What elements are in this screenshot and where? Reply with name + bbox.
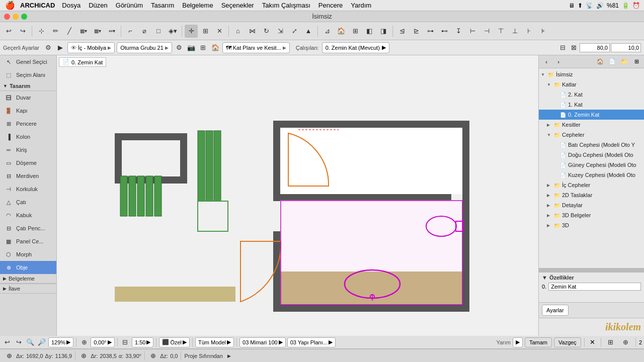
panel-home-btn[interactable]: 🏠 — [595, 57, 606, 67]
tree-cepheler[interactable]: ▼ 📁 Cepheler — [539, 130, 644, 140]
yarim-btn[interactable]: ▶ — [513, 337, 523, 347]
rotate-btn[interactable]: ↻ — [260, 25, 273, 38]
tool-e[interactable]: ↧ — [452, 25, 465, 38]
x-btn[interactable]: ✕ — [213, 25, 226, 38]
panel-doc-btn[interactable]: 📄 — [607, 57, 618, 67]
tree-dogu[interactable]: ▶ 📄 Doğu Cephesi (Modeli Oto — [539, 150, 644, 160]
minimize-button[interactable] — [13, 14, 19, 20]
coord-icon3[interactable]: ⊕ — [148, 351, 158, 361]
tree-3d[interactable]: ▶ 📁 3D — [539, 220, 644, 230]
wall-tool-btn[interactable]: ⌐ — [124, 25, 137, 38]
angle-btn[interactable]: ⌀ — [138, 25, 151, 38]
elev-btn[interactable]: ▲ — [302, 25, 315, 38]
angle-display[interactable]: 0,00° ▶ — [91, 337, 115, 347]
tree-katlar[interactable]: ▼ 📁 Katlar — [539, 79, 644, 89]
ref-arrow-btn[interactable]: ▶ — [225, 351, 234, 360]
group-settings[interactable]: ⚙ — [174, 41, 184, 54]
3d-btn2[interactable]: 🏠 — [335, 25, 348, 38]
dim-icon1[interactable]: ⊟ — [557, 41, 568, 54]
stretch-btn[interactable]: ⤢ — [288, 25, 301, 38]
fill-btn[interactable]: ▦▾ — [91, 25, 104, 38]
group-3d[interactable]: ⊞ — [198, 41, 208, 54]
mirror-btn[interactable]: ⋈ — [246, 25, 259, 38]
redo-btn[interactable]: ↪ — [16, 25, 29, 38]
tasarim-header[interactable]: ▼ Tasarım — [0, 81, 56, 91]
tool-doseme[interactable]: ▭ Döşeme — [0, 156, 56, 169]
ayarlar-btn[interactable]: Ayarlar — [542, 305, 569, 316]
zoom-out-btn[interactable]: 🔎 — [37, 337, 47, 347]
obj-btn[interactable]: ◈▾ — [166, 25, 179, 38]
menu-dosya[interactable]: Dosya — [62, 2, 80, 9]
dim-input-1[interactable]: 80,0 — [580, 43, 610, 52]
tool-kolon[interactable]: ▐ Kolon — [0, 130, 56, 143]
tool-j[interactable]: ⊦ — [522, 25, 535, 38]
tool-secim-alani[interactable]: ⬚ Seçim Alanı — [0, 68, 56, 81]
tool-b[interactable]: ⊵ — [410, 25, 423, 38]
coord-icon[interactable]: ⊕ — [4, 351, 14, 361]
settings-icon[interactable]: ⚙ — [43, 43, 53, 53]
scroll-thumb[interactable] — [539, 268, 644, 272]
undo-btn2[interactable]: ↩ — [2, 337, 12, 347]
tool-cati[interactable]: △ Çatı — [0, 196, 56, 209]
tool-duvar[interactable]: ⊟ Duvar — [0, 91, 56, 104]
tree-kuzey[interactable]: ▶ 📄 Kuzey Cephesi (Modeli Oto — [539, 170, 644, 180]
tree-ic-cepheler[interactable]: ▶ 📁 İç Cepheler — [539, 180, 644, 190]
panel-folder-btn[interactable]: 📁 — [619, 57, 630, 67]
zoom-level-display[interactable]: 129% ▶ — [48, 337, 73, 347]
panel-layout-btn[interactable]: ⊞ — [631, 57, 642, 67]
tool-f[interactable]: ⊢ — [466, 25, 479, 38]
belgeleme-header[interactable]: ▶ Belgeleme — [0, 274, 56, 284]
3d-btn5[interactable]: ◨ — [377, 25, 390, 38]
undo-btn[interactable]: ↩ — [2, 25, 15, 38]
move-btn2[interactable]: ⊕ — [619, 336, 632, 349]
tree-kat2[interactable]: ▶ 📄 2. Kat — [539, 89, 644, 100]
rect-btn[interactable]: □ — [152, 25, 165, 38]
snap-btn[interactable]: ✛ — [185, 25, 198, 38]
menu-takim[interactable]: Takım Çalışması — [262, 2, 310, 9]
tool-c[interactable]: ⊶ — [424, 25, 437, 38]
tool-obje[interactable]: ⊕ Obje — [0, 261, 56, 274]
group-photo[interactable]: 📷 — [186, 41, 196, 54]
select-btn[interactable]: ⊹ — [35, 25, 48, 38]
dim-icon2[interactable]: ⊠ — [569, 41, 579, 54]
tool-pencere[interactable]: ⊞ Pencere — [0, 117, 56, 130]
selected-room[interactable] — [281, 201, 462, 305]
maximize-button[interactable] — [21, 14, 27, 20]
3d-btn3[interactable]: ⊞ — [349, 25, 362, 38]
redo-btn2[interactable]: ↪ — [14, 337, 24, 347]
menu-belgeleme[interactable]: Belgeleme — [182, 2, 213, 9]
ruler-btn[interactable]: ⊟ — [120, 337, 130, 347]
layer-selector[interactable]: 👁 İç - Mobilya ▶ — [67, 42, 115, 53]
menu-pencere[interactable]: Pencere — [318, 2, 343, 9]
tree-kat0[interactable]: ▶ 📄 0. Zemin Kat — [539, 110, 644, 120]
tool-genel-secici[interactable]: ↖ Genel Seçici — [0, 55, 56, 68]
grid-btn[interactable]: ⊞ — [199, 25, 212, 38]
tamam-btn[interactable]: Tamam — [525, 337, 552, 347]
dim-input-2[interactable]: 10,0 — [611, 43, 641, 52]
dimension-btn[interactable]: ⇔▾ — [105, 25, 118, 38]
scale-view-btn[interactable]: ⇲ — [274, 25, 287, 38]
group-selector[interactable]: Oturma Grubu 21 ▶ — [117, 42, 172, 53]
prop-floor-input[interactable] — [548, 283, 641, 291]
tool-korkuluk[interactable]: ⊣ Korkuluk — [0, 183, 56, 196]
zoom-in-btn[interactable]: 🔍 — [25, 337, 35, 347]
tool-g[interactable]: ⊣ — [480, 25, 493, 38]
canvas-area[interactable]: 📄 0. Zemin Kat — [57, 55, 538, 336]
tree-kat1[interactable]: ▶ 📄 1. Kat — [539, 100, 644, 110]
floor-selector[interactable]: 0. Zemin Kat (Mevcut) ▶ — [322, 42, 389, 53]
line-btn[interactable]: ╱ — [63, 25, 76, 38]
tool-i[interactable]: ⊥ — [508, 25, 521, 38]
tool-cati-penc[interactable]: ⊟ Çatı Penc... — [0, 222, 56, 235]
floor-code-display[interactable]: 03 Mimari 100 ▶ — [239, 337, 286, 347]
vazgec-btn[interactable]: Vazgeç — [554, 337, 581, 347]
tree-isimsiz[interactable]: ▼ 📁 İsimsiz — [539, 69, 644, 79]
close-button[interactable] — [4, 14, 10, 20]
tree-detaylar[interactable]: ▶ 📁 Detaylar — [539, 200, 644, 210]
move-btn[interactable]: ⌂ — [231, 25, 245, 38]
3d-btn1[interactable]: ⊿ — [320, 25, 334, 38]
menu-secenekler[interactable]: Seçenekler — [221, 2, 254, 9]
tree-bati[interactable]: ▶ 📄 Batı Cephesi (Modeli Oto Y — [539, 140, 644, 150]
ilave-header[interactable]: ▶ İlave — [0, 284, 56, 294]
menu-tasarim[interactable]: Tasarım — [151, 2, 174, 9]
arrow-next[interactable]: ▶ — [55, 43, 65, 53]
